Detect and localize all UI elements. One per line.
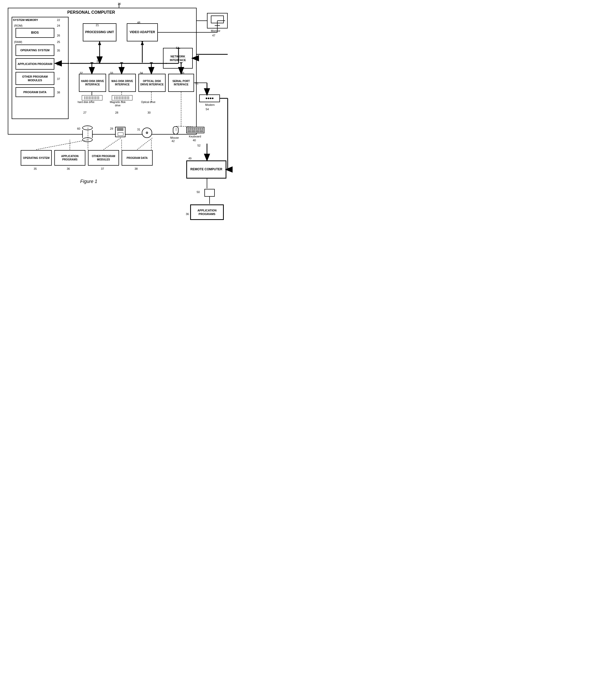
label-28: 28 [115, 111, 118, 114]
label-48: 48 [137, 21, 140, 24]
relay-box [204, 189, 215, 197]
personal-computer-label: PERSONAL COMPUTER [67, 10, 115, 15]
label-23: 23 [96, 60, 100, 63]
label-33: 33 [110, 71, 113, 75]
magnetic-disk-drive-label: Magnetic disk drive [107, 101, 128, 107]
app-programs-bottom-right-box: APPLICATION PROGRAMS [190, 204, 224, 220]
hdd-icon [82, 95, 103, 101]
other-modules-bottom-box: OTHER PROGRAM MODULES [88, 150, 119, 166]
os-bottom-box: OPERATING SYSTEM [21, 150, 52, 166]
mouse-icon [173, 126, 179, 134]
label-60: 60 [77, 127, 80, 130]
database-icon [82, 125, 93, 142]
label-51: 51 [195, 81, 198, 85]
label-38-1: 38 [57, 90, 60, 94]
remote-computer-box: REMOTE COMPUTER [186, 160, 226, 179]
svg-line-44 [137, 138, 153, 150]
label-31: 31 [137, 127, 140, 131]
optical-disk-interface-box: OPTICAL DISK DRIVE INTERFACE [139, 74, 166, 92]
label-25: 25 [57, 40, 60, 44]
label-38-2: 38 [134, 167, 137, 170]
label-37-2: 37 [101, 167, 104, 170]
label-36-3: 36 [186, 212, 189, 216]
label-21: 21 [96, 23, 99, 27]
label-50: 50 [197, 190, 200, 194]
label-34: 34 [140, 71, 143, 75]
other-program-modules-box: OTHER PROGRAM MODULES [15, 72, 54, 85]
label-53: 53 [176, 46, 179, 50]
label-22: 22 [57, 18, 60, 22]
optical-drive-label: Optical drive [138, 101, 159, 104]
label-36-1: 36 [57, 63, 60, 66]
network-interface-box: NETWORK INTERFACE [163, 48, 193, 69]
mag-disk-interface-box: MAG DISK DRIVE INTERFACE [109, 74, 136, 92]
rom-label: (ROM) [14, 24, 23, 28]
diagram: 20 PERSONAL COMPUTER SYSTEM MEMORY 22 (R… [0, 0, 233, 274]
app-programs-bottom-box: APPLICATION PROGRAMS [54, 150, 85, 166]
label-35-2: 35 [34, 167, 37, 170]
hard-disk-drive-label: hard disk drive [78, 101, 94, 104]
cd-icon [142, 127, 152, 138]
operating-system-box: OPERATING SYSTEM [15, 44, 54, 56]
bios-box: BIOS [15, 28, 54, 38]
application-program-box: APPLICATION PROGRAM [15, 58, 54, 70]
program-data-bottom-box: PROGRAM DATA [122, 150, 153, 166]
label-40: 40 [193, 139, 196, 142]
keyboard-icon [186, 127, 204, 133]
label-36-2: 36 [67, 167, 70, 170]
modem-box [199, 94, 220, 102]
system-memory-label: SYSTEM MEMORY [13, 18, 38, 22]
label-37-1: 37 [57, 77, 60, 81]
monitor-label: Monitor [211, 29, 221, 33]
label-24: 24 [57, 24, 60, 28]
label-26: 26 [57, 34, 60, 37]
label-52: 52 [197, 144, 200, 147]
modem-label: Modem [205, 103, 215, 107]
label-30: 30 [148, 111, 151, 114]
processing-unit-box: PROCESSING UNIT [83, 23, 116, 41]
mdd-icon [112, 95, 132, 101]
svg-line-40 [36, 140, 88, 150]
serial-port-interface-box: SERIAL PORT INTERFACE [168, 74, 194, 92]
monitor-box [207, 13, 228, 29]
keyboard-label: Keyboard [189, 134, 201, 138]
label-29: 29 [110, 127, 113, 130]
label-49: 49 [188, 157, 192, 160]
label-35-1: 35 [57, 49, 60, 52]
hard-disk-interface-box: HARD DISK DRIVE INTERFACE [79, 74, 106, 92]
label-47: 47 [212, 34, 215, 37]
label-42: 42 [171, 139, 175, 143]
figure-label: Figure 1 [80, 179, 97, 185]
ram-label: (RAM) [14, 40, 22, 44]
floppy-icon [115, 127, 125, 137]
label-54: 54 [206, 107, 209, 111]
label-20: 20 [118, 2, 121, 6]
label-32: 32 [80, 71, 83, 75]
label-46: 46 [181, 71, 184, 75]
program-data-box: PROGRAM DATA [15, 87, 54, 97]
video-adapter-box: VIDEO ADAPTER [127, 23, 158, 41]
svg-line-43 [104, 138, 121, 150]
label-27: 27 [83, 111, 86, 114]
